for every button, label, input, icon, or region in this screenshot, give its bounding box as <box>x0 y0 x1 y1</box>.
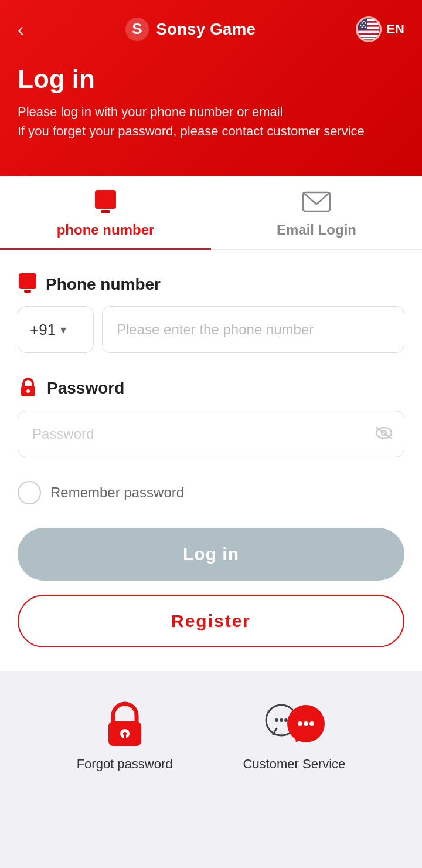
svg-rect-22 <box>19 273 36 289</box>
svg-point-17 <box>365 26 366 28</box>
remember-password-checkbox[interactable] <box>18 481 41 504</box>
form-area: Phone number +91 ▾ Password <box>0 250 422 671</box>
chevron-down-icon: ▾ <box>60 323 66 337</box>
svg-point-15 <box>363 25 365 26</box>
svg-rect-4 <box>358 31 379 33</box>
svg-point-12 <box>362 22 363 24</box>
svg-point-14 <box>360 25 362 26</box>
svg-point-25 <box>26 389 30 393</box>
country-code-value: +91 <box>30 321 56 339</box>
toggle-password-icon[interactable] <box>375 425 393 443</box>
svg-rect-20 <box>101 210 110 213</box>
svg-rect-9 <box>358 19 367 30</box>
phone-number-input[interactable] <box>102 306 404 353</box>
svg-rect-23 <box>24 290 31 293</box>
svg-point-16 <box>362 26 363 28</box>
nav-bar: ‹ S Sonsy Game <box>18 12 404 47</box>
customer-service-icon <box>259 700 329 747</box>
password-input[interactable] <box>18 411 404 457</box>
logo-area: S Sonsy Game <box>124 16 256 42</box>
logo-icon: S <box>124 16 150 42</box>
svg-text:S: S <box>132 20 142 38</box>
svg-point-35 <box>280 718 283 722</box>
tab-email[interactable]: Email Login <box>211 176 422 249</box>
forgot-password-item[interactable]: Forgot password <box>77 700 173 772</box>
password-label-row: Password <box>18 377 404 400</box>
email-tab-icon <box>302 190 331 216</box>
flag-icon <box>356 16 382 42</box>
svg-point-10 <box>360 21 362 22</box>
phone-input-row: +91 ▾ <box>18 306 404 353</box>
svg-rect-8 <box>358 38 379 39</box>
svg-point-34 <box>275 718 278 722</box>
svg-point-13 <box>365 22 366 24</box>
svg-point-40 <box>309 721 314 726</box>
forgot-password-icon <box>101 700 148 747</box>
phone-field-icon <box>18 273 38 296</box>
page-title: Log in <box>18 65 404 94</box>
phone-section: Phone number +91 ▾ <box>18 273 404 353</box>
svg-point-11 <box>363 21 365 22</box>
tab-email-label: Email Login <box>277 222 356 238</box>
svg-point-36 <box>284 718 288 722</box>
bottom-icons: Forgot password Customer Service <box>0 671 422 795</box>
register-button[interactable]: Register <box>18 595 404 647</box>
phone-label-row: Phone number <box>18 273 404 296</box>
customer-service-label: Customer Service <box>243 757 346 772</box>
phone-field-label: Phone number <box>46 275 161 294</box>
country-code-selector[interactable]: +91 ▾ <box>18 306 94 353</box>
tab-phone-label: phone number <box>57 222 155 238</box>
svg-point-39 <box>304 721 308 726</box>
remember-password-label: Remember password <box>50 484 184 501</box>
svg-rect-19 <box>95 190 116 209</box>
language-selector[interactable]: EN <box>356 16 404 42</box>
password-field-label: Password <box>47 379 124 398</box>
svg-point-38 <box>298 721 302 726</box>
page-subtitle: Please log in with your phone number or … <box>18 102 404 141</box>
back-button[interactable]: ‹ <box>18 19 24 40</box>
lang-label: EN <box>386 22 404 37</box>
login-tabs: phone number Email Login <box>0 176 422 250</box>
password-section: Password <box>18 377 404 457</box>
header: ‹ S Sonsy Game <box>0 0 422 176</box>
tab-phone[interactable]: phone number <box>0 176 211 249</box>
remember-password-row: Remember password <box>18 481 404 504</box>
svg-rect-6 <box>358 35 379 37</box>
password-field-icon <box>18 377 39 400</box>
phone-tab-icon <box>93 190 118 216</box>
logo-text: Sonsy Game <box>156 20 256 39</box>
customer-service-item[interactable]: Customer Service <box>243 700 346 772</box>
login-button[interactable]: Log in <box>18 528 404 581</box>
forgot-password-label: Forgot password <box>77 757 173 772</box>
password-input-wrapper <box>18 411 404 457</box>
svg-rect-32 <box>124 734 126 739</box>
